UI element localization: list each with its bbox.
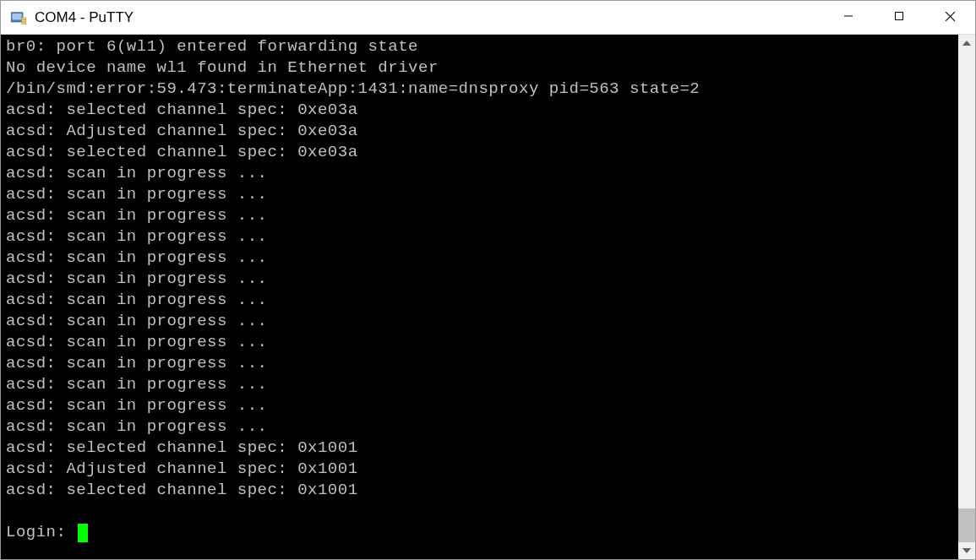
window-controls <box>823 1 975 34</box>
terminal-line: acsd: Adjusted channel spec: 0x1001 <box>6 459 958 480</box>
terminal-line: acsd: scan in progress ... <box>6 226 958 247</box>
svg-rect-2 <box>22 18 26 24</box>
close-icon <box>945 11 956 24</box>
terminal-line: acsd: scan in progress ... <box>6 395 958 416</box>
terminal-line: acsd: selected channel spec: 0xe03a <box>6 100 958 121</box>
putty-app-icon <box>9 8 28 27</box>
terminal-line: acsd: selected channel spec: 0x1001 <box>6 480 958 501</box>
terminal-line: acsd: scan in progress ... <box>6 353 958 374</box>
terminal-container: br0: port 6(wl1) entered forwarding stat… <box>1 35 975 559</box>
minimize-button[interactable] <box>823 1 874 34</box>
terminal-output[interactable]: br0: port 6(wl1) entered forwarding stat… <box>1 35 958 559</box>
terminal-line: acsd: scan in progress ... <box>6 269 958 290</box>
terminal-line: /bin/smd:error:59.473:terminateApp:1431:… <box>6 79 958 100</box>
window-title: COM4 - PuTTY <box>35 9 823 26</box>
scroll-thumb[interactable] <box>958 508 975 542</box>
terminal-cursor <box>78 524 88 542</box>
vertical-scrollbar[interactable] <box>958 35 975 559</box>
svg-rect-6 <box>896 13 903 20</box>
terminal-line: acsd: scan in progress ... <box>6 247 958 269</box>
scroll-up-arrow-icon[interactable] <box>958 35 975 52</box>
terminal-line: acsd: scan in progress ... <box>6 205 958 226</box>
terminal-line: br0: port 6(wl1) entered forwarding stat… <box>6 36 958 57</box>
close-button[interactable] <box>924 1 975 34</box>
terminal-line: No device name wl1 found in Ethernet dri… <box>6 57 958 79</box>
terminal-line: acsd: scan in progress ... <box>6 311 958 332</box>
prompt-text: Login: <box>6 522 76 543</box>
terminal-line: acsd: selected channel spec: 0xe03a <box>6 142 958 163</box>
terminal-line: acsd: scan in progress ... <box>6 374 958 395</box>
terminal-line: acsd: Adjusted channel spec: 0xe03a <box>6 121 958 142</box>
maximize-icon <box>894 11 904 24</box>
terminal-line: acsd: scan in progress ... <box>6 290 958 311</box>
scroll-down-arrow-icon[interactable] <box>958 542 975 559</box>
terminal-line: acsd: scan in progress ... <box>6 416 958 438</box>
minimize-icon <box>843 11 853 24</box>
svg-rect-1 <box>13 14 22 20</box>
scroll-track[interactable] <box>958 52 975 542</box>
login-prompt[interactable]: Login: <box>6 522 958 543</box>
window-titlebar: COM4 - PuTTY <box>1 1 975 35</box>
terminal-line: acsd: scan in progress ... <box>6 184 958 205</box>
terminal-line: acsd: scan in progress ... <box>6 163 958 184</box>
terminal-line: acsd: selected channel spec: 0x1001 <box>6 438 958 459</box>
terminal-line: acsd: scan in progress ... <box>6 332 958 353</box>
terminal-line <box>6 501 958 522</box>
maximize-button[interactable] <box>874 1 924 34</box>
